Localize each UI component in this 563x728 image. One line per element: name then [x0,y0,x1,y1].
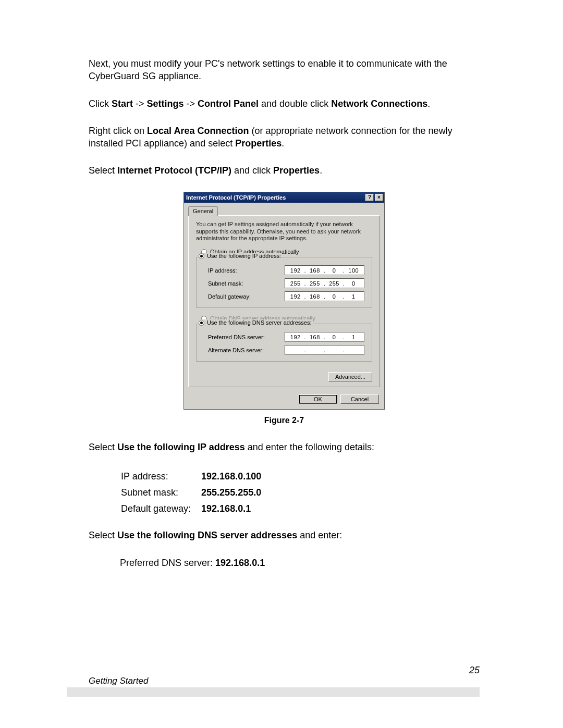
ip-details-table: IP address:192.168.0.100 Subnet mask:255… [120,468,272,517]
ip-octet: 0 [326,267,342,274]
input-default-gateway[interactable]: 192.168.0.1 [285,291,364,301]
text-bold: Use the following IP address [117,442,245,452]
ip-octet: 168 [307,293,323,300]
text: . [320,165,322,176]
label-alternate-dns: Alternate DNS server: [208,347,285,353]
radio-icon [199,253,204,259]
label: Default gateway: [121,501,200,516]
ip-octet: 255 [326,280,342,287]
footer-section-title: Getting Started [67,676,480,686]
radio-use-dns[interactable]: Use the following DNS server addresses: [207,319,312,326]
text: and enter the following details: [245,442,374,452]
text: . [282,138,284,149]
help-button[interactable]: ? [365,194,374,201]
ip-octet: 255 [287,280,304,287]
text-bold: Start [112,98,133,109]
input-ip-address[interactable]: 192.168.0.100 [285,265,364,275]
tcpip-properties-dialog: Internet Protocol (TCP/IP) Properties ? … [183,192,385,410]
input-preferred-dns[interactable]: 192.168.0.1 [285,332,364,342]
ip-octet: 0 [345,280,362,287]
text-bold: Settings [147,98,184,109]
ip-octet: 1 [345,334,362,340]
paragraph-preferred-dns: Preferred DNS server: 192.168.0.1 [120,557,480,569]
ip-octet: 1 [345,293,362,300]
text: Select [89,442,117,452]
paragraph-select-use-dns: Select Use the following DNS server addr… [89,529,480,541]
ip-octet: 192 [287,334,304,340]
label: IP address: [121,469,200,484]
ip-octet: 0 [326,293,342,300]
text-bold: Local Area Connection [147,126,249,136]
text: and double click [259,98,331,109]
radio-icon [199,320,204,326]
text-bold: 192.168.0.1 [215,558,265,568]
table-row: Default gateway:192.168.0.1 [121,501,271,516]
text: Select [89,530,117,540]
ip-octet: 255 [307,280,323,287]
tab-general[interactable]: General [188,206,218,216]
text: Select [89,165,117,176]
paragraph-select-tcpip: Select Internet Protocol (TCP/IP) and cl… [89,164,480,177]
ip-octet: 100 [345,267,362,274]
value: 192.168.0.100 [201,469,271,484]
value: 192.168.0.1 [201,501,271,516]
paragraph-intro: Next, you must modify your PC's network … [89,57,480,83]
radio-use-ip[interactable]: Use the following IP address: [207,253,281,259]
input-subnet-mask[interactable]: 255.255.255.0 [285,278,364,288]
page-number: 25 [469,665,480,676]
ip-octet: 192 [287,293,304,300]
table-row: Subnet mask:255.255.255.0 [121,485,271,500]
label-subnet-mask: Subnet mask: [208,280,285,287]
text: -> [133,98,147,109]
ip-octet: 168 [307,334,323,340]
page-footer: Getting Started [67,676,480,697]
paragraph-select-use-ip: Select Use the following IP address and … [89,441,480,453]
figure-caption: Figure 2-7 [89,416,480,425]
input-alternate-dns[interactable]: ... [285,345,364,355]
footer-bar [67,687,480,697]
cancel-button[interactable]: Cancel [340,394,379,404]
text-bold: Properties [273,165,320,176]
label-preferred-dns: Preferred DNS server: [208,334,285,340]
text-bold: Control Panel [198,98,259,109]
paragraph-local-area: Right click on Local Area Connection (or… [89,125,480,150]
table-row: IP address:192.168.0.100 [121,469,271,484]
paragraph-click-start: Click Start -> Settings -> Control Panel… [89,97,480,110]
text: Click [89,98,112,109]
dialog-title: Internet Protocol (TCP/IP) Properties [186,194,286,201]
ip-octet: 168 [307,267,323,274]
text-bold: Properties [235,138,282,149]
dialog-titlebar: Internet Protocol (TCP/IP) Properties ? … [184,192,384,203]
text: Right click on [89,126,147,136]
label: Subnet mask: [121,485,200,500]
ip-octet: 192 [287,267,304,274]
label-default-gateway: Default gateway: [208,293,285,300]
group-use-dns: Use the following DNS server addresses: … [196,324,372,362]
text: -> [184,98,198,109]
text-bold: Network Connections [331,98,427,109]
value: 255.255.255.0 [201,485,271,500]
ok-button[interactable]: OK [299,394,337,404]
text: . [427,98,430,109]
text-bold: Use the following DNS server addresses [117,530,297,540]
text: Preferred DNS server: [120,558,215,568]
close-button[interactable]: × [375,194,383,201]
text: and click [231,165,273,176]
advanced-button[interactable]: Advanced... [328,372,372,381]
text: and enter: [297,530,342,540]
text-bold: Internet Protocol (TCP/IP) [117,165,231,176]
tab-panel-general: You can get IP settings assigned automat… [188,215,380,387]
label-ip-address: IP address: [208,267,285,274]
group-use-ip: Use the following IP address: IP address… [196,257,372,308]
dialog-info-text: You can get IP settings assigned automat… [196,221,372,242]
ip-octet: 0 [326,334,342,340]
